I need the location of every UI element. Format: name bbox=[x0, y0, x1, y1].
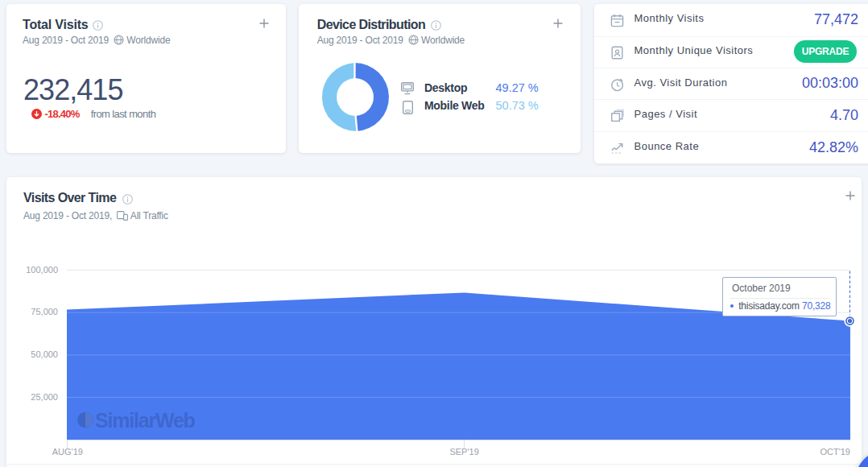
svg-text:SimilarWeb: SimilarWeb bbox=[95, 409, 196, 432]
